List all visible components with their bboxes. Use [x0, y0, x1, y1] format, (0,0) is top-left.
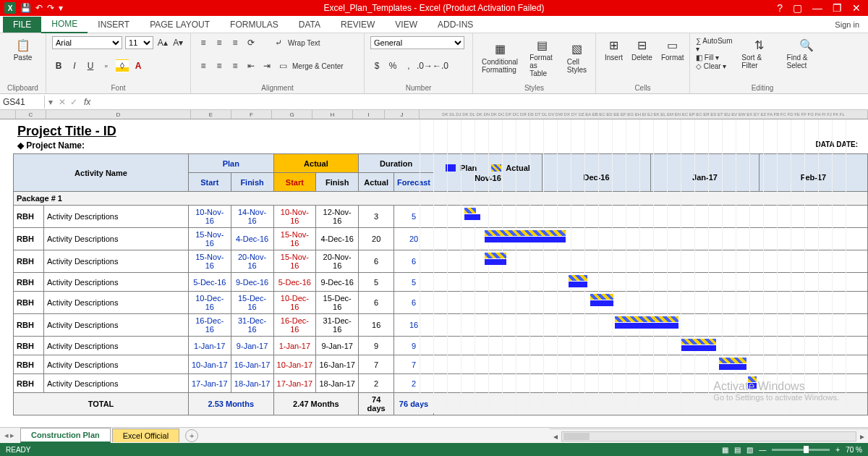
tab-formulas[interactable]: FORMULAS [220, 17, 289, 33]
underline-button[interactable]: U [84, 59, 97, 72]
tab-addins[interactable]: ADD-INS [427, 17, 483, 33]
decrease-font-icon[interactable]: A▾ [171, 36, 184, 49]
scroll-left-icon[interactable]: ◂ [550, 431, 561, 442]
view-page-icon[interactable]: ▤ [734, 446, 741, 454]
sheet-nav-prev-icon[interactable]: ◂ [4, 431, 9, 440]
find-select-button[interactable]: 🔍Find & Select [784, 36, 829, 71]
tab-insert[interactable]: INSERT [88, 17, 140, 33]
name-box[interactable]: GS41 [0, 96, 45, 109]
fill-button[interactable]: ◧ Fill ▾ [696, 54, 734, 62]
table-row[interactable]: RBHActivity Descriptions15-Nov-1620-Nov-… [14, 250, 868, 273]
merge-icon[interactable]: ▭ [276, 59, 289, 72]
scroll-right-icon[interactable]: ▸ [856, 431, 868, 442]
table-row[interactable]: RBHActivity Descriptions5-Dec-169-Dec-16… [14, 273, 868, 292]
table-row[interactable]: RBHActivity Descriptions10-Dec-1615-Dec-… [14, 292, 868, 314]
font-selector[interactable]: Arial [52, 36, 122, 49]
tab-file[interactable]: FILE [3, 17, 41, 33]
font-color-button[interactable]: A [132, 59, 145, 72]
tab-page-layout[interactable]: PAGE LAYOUT [140, 17, 220, 33]
table-row[interactable]: RBHActivity Descriptions1-Jan-179-Jan-17… [14, 337, 868, 355]
paste-button[interactable]: 📋Paste [6, 36, 40, 63]
ribbon-options-icon[interactable]: ▢ [793, 2, 802, 14]
view-break-icon[interactable]: ▧ [746, 446, 753, 454]
group-editing-label: Editing [696, 83, 829, 92]
namebox-dropdown-icon[interactable]: ▾ [45, 97, 56, 107]
tab-review[interactable]: REVIEW [331, 17, 385, 33]
quick-access-toolbar: X 💾 ↶ ↷ ▾ [0, 2, 63, 14]
number-format-selector[interactable]: General [370, 36, 464, 49]
percent-icon[interactable]: % [386, 59, 399, 72]
excel-icon[interactable]: X [4, 2, 16, 14]
tab-view[interactable]: VIEW [385, 17, 427, 33]
view-normal-icon[interactable]: ▦ [722, 446, 728, 454]
zoom-in-button[interactable]: + [835, 446, 840, 454]
indent-inc-icon[interactable]: ⇥ [260, 59, 273, 72]
worksheet-grid[interactable]: Project Title - ID ◆ Project Name: DATA … [0, 119, 868, 431]
cell-styles-button[interactable]: ▧Cell Styles [564, 41, 590, 75]
insert-cells-button[interactable]: ⊞Insert [602, 36, 626, 63]
zoom-out-button[interactable]: — [759, 446, 766, 454]
tab-home[interactable]: HOME [41, 16, 88, 33]
table-row[interactable]: RBHActivity Descriptions15-Nov-164-Dec-1… [14, 228, 868, 250]
table-row[interactable]: RBHActivity Descriptions16-Dec-1631-Dec-… [14, 314, 868, 337]
delete-cells-button[interactable]: ⊟Delete [629, 36, 655, 63]
save-icon[interactable]: 💾 [20, 3, 31, 13]
merge-center-button[interactable]: Merge & Center [292, 62, 344, 70]
help-icon[interactable]: ? [777, 2, 783, 14]
fill-color-button[interactable]: ◊ [116, 59, 129, 72]
zoom-level[interactable]: 70 % [846, 446, 862, 454]
fx-icon[interactable]: fx [80, 97, 95, 107]
format-cells-button[interactable]: ▭Format [658, 36, 687, 63]
increase-font-icon[interactable]: A▴ [156, 36, 169, 49]
align-bot-icon[interactable]: ≡ [229, 36, 242, 49]
comma-icon[interactable]: , [402, 59, 415, 72]
enter-formula-icon[interactable]: ✓ [68, 97, 80, 107]
project-name-row: ◆ Project Name: DATA DATE: [0, 140, 868, 153]
dec-decimal-icon[interactable]: ←.0 [434, 59, 447, 72]
sheet-tab-construction-plan[interactable]: Construction Plan [20, 428, 111, 443]
align-mid-icon[interactable]: ≡ [213, 36, 226, 49]
bold-button[interactable]: B [52, 59, 65, 72]
align-right-icon[interactable]: ≡ [229, 59, 242, 72]
minimize-icon[interactable]: — [812, 2, 822, 14]
autosum-button[interactable]: ∑ AutoSum ▾ [696, 37, 734, 53]
add-sheet-button[interactable]: + [185, 429, 198, 442]
column-headers[interactable]: C D E F G H I J DK DL DJ DK DL DK DN DK … [0, 110, 868, 119]
italic-button[interactable]: I [68, 59, 81, 72]
horizontal-scrollbar[interactable]: ◂ ▸ [550, 428, 868, 443]
table-row[interactable]: RBHActivity Descriptions10-Jan-1716-Jan-… [14, 355, 868, 374]
redo-icon[interactable]: ↷ [47, 3, 54, 13]
format-as-table-button[interactable]: ▤Format as Table [527, 36, 558, 79]
align-cent-icon[interactable]: ≡ [213, 59, 226, 72]
table-row[interactable]: RBHActivity Descriptions10-Nov-1614-Nov-… [14, 206, 868, 228]
header-plan-finish: Finish [231, 173, 273, 192]
inc-decimal-icon[interactable]: .0→ [418, 59, 431, 72]
tab-data[interactable]: DATA [289, 17, 331, 33]
maximize-icon[interactable]: ❐ [833, 2, 842, 14]
qat-customize-icon[interactable]: ▾ [59, 3, 63, 13]
sign-in-link[interactable]: Sign in [835, 20, 868, 29]
sort-filter-button[interactable]: ⇅Sort & Filter [739, 36, 779, 71]
sheet-tab-excel-official[interactable]: Excel Official [112, 428, 179, 442]
currency-icon[interactable]: $ [370, 59, 383, 72]
orientation-icon[interactable]: ⟳ [244, 36, 258, 49]
close-icon[interactable]: ✕ [852, 2, 861, 14]
font-size-selector[interactable]: 11 [125, 36, 153, 49]
ribbon-tabs: FILE HOME INSERT PAGE LAYOUT FORMULAS DA… [0, 16, 868, 33]
cancel-formula-icon[interactable]: ✕ [56, 97, 68, 107]
wrap-text-button[interactable]: Wrap Text [288, 39, 320, 47]
border-button[interactable]: ▫ [100, 59, 113, 72]
clear-button[interactable]: ◇ Clear ▾ [696, 62, 734, 70]
wrap-text-icon[interactable]: ⤶ [272, 36, 285, 49]
zoom-slider[interactable] [772, 449, 830, 451]
table-row[interactable]: RBHActivity Descriptions17-Jan-1718-Jan-… [14, 374, 868, 393]
conditional-formatting-button[interactable]: ▦Conditional Formatting [479, 41, 521, 75]
align-top-icon[interactable]: ≡ [197, 36, 210, 49]
header-actual-start: Start [273, 173, 316, 192]
sheet-nav-next-icon[interactable]: ▸ [10, 431, 14, 440]
align-left-icon[interactable]: ≡ [197, 59, 210, 72]
indent-dec-icon[interactable]: ⇤ [244, 59, 258, 72]
project-title: Project Title - ID [0, 119, 868, 140]
undo-icon[interactable]: ↶ [35, 3, 43, 13]
total-actual: 2.47 Months [273, 393, 359, 415]
